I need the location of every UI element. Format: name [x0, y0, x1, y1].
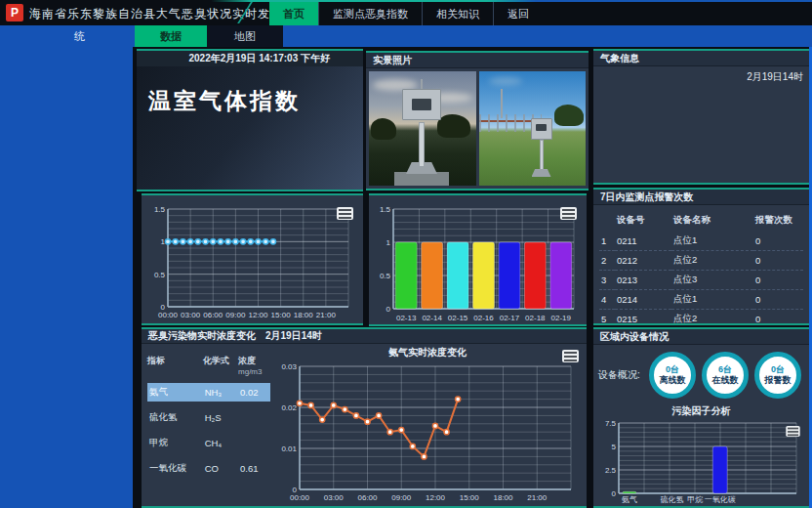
table-cell: 5 [599, 310, 615, 329]
table-cell: 硫化氢 [147, 408, 203, 427]
daily-index-bar-chart: 00.511.502-1302-1402-1502-1602-1702-1802… [372, 199, 584, 323]
pollutant-bar-chart: 02.557.5氨气硫化氢甲烷一氧化碳 [597, 419, 804, 505]
svg-text:09:00: 09:00 [391, 493, 412, 502]
nav-odor-index[interactable]: 监测点恶臭指数 [318, 2, 422, 25]
alarm-count-value: 0台 [771, 364, 785, 375]
table-row[interactable]: 20212点位20 [599, 251, 803, 271]
tab-map[interactable]: 地图 [207, 25, 283, 47]
greenhouse-headline: 温室气体指数 [137, 66, 363, 116]
site-photo-day[interactable] [479, 71, 587, 186]
device-antenna [421, 79, 423, 89]
site-photo-dusk[interactable] [369, 71, 476, 186]
svg-text:21:00: 21:00 [527, 493, 548, 502]
photos-panel-title: 实景照片 [366, 53, 589, 68]
svg-text:00:00: 00:00 [290, 493, 310, 502]
column-header-alarm-count: 报警次数 [753, 212, 803, 232]
pollutant-table-body: 氨气NH₃0.02硫化氢H₂S甲烷CH₄一氧化碳CO0.61 [147, 383, 270, 478]
pollutant-table-header-row: 指标 化学式 浓度 mg/m3 [147, 355, 270, 376]
svg-text:21:00: 21:00 [316, 311, 337, 319]
table-cell: CH₄ [203, 434, 238, 452]
svg-text:1.5: 1.5 [154, 205, 166, 214]
odor-panel-title: 恶臭污染物实时浓度变化 [148, 329, 256, 343]
datetime-bar: 2022年2月19日 14:17:03 下午好 [137, 51, 363, 66]
table-cell: 点位1 [671, 232, 753, 251]
table-cell: 甲烷 [147, 434, 203, 452]
chart-menu-icon[interactable] [337, 207, 353, 220]
column-header-device-id: 设备号 [615, 212, 671, 232]
svg-text:02-16: 02-16 [473, 314, 494, 322]
column-header [599, 212, 615, 232]
table-row[interactable]: 甲烷CH₄ [147, 434, 270, 452]
weather-body: 2月19日14时 [593, 66, 809, 183]
column-header-device-name: 设备名称 [671, 212, 753, 232]
svg-text:02-18: 02-18 [525, 314, 546, 322]
alarm-count-label: 报警数 [765, 375, 792, 386]
odor-panel-body: 指标 化学式 浓度 mg/m3 氨气NH₃0.02硫化氢H₂S甲烷CH₄一氧化碳… [142, 344, 587, 506]
table-cell: 0214 [615, 290, 671, 310]
sub-header: 统 数据 地图 [0, 25, 812, 47]
ammonia-line-chart: 00:0003:0006:0009:0012:0015:0018:0021:00… [272, 360, 583, 504]
table-cell: 0 [753, 232, 803, 251]
svg-text:0: 0 [612, 489, 617, 498]
table-cell: 0 [753, 290, 803, 310]
device-pole [419, 122, 425, 167]
table-row[interactable]: 一氧化碳CO0.61 [147, 459, 270, 478]
table-cell: 1 [599, 232, 615, 251]
table-cell: 0 [753, 310, 803, 329]
concentration-unit: mg/m3 [238, 367, 270, 376]
svg-text:硫化氢: 硫化氢 [661, 495, 684, 504]
table-row[interactable]: 硫化氢H₂S [147, 408, 270, 427]
weather-time: 2月19日14时 [747, 70, 803, 84]
weather-panel-title: 气象信息 [593, 51, 809, 66]
nav-back[interactable]: 返回 [493, 2, 543, 25]
table-cell: 0212 [615, 251, 671, 271]
alarm-table-header-row: 设备号 设备名称 报警次数 [599, 212, 803, 232]
table-cell: 0.02 [238, 383, 270, 402]
table-cell [238, 408, 270, 427]
tree-silhouette [554, 105, 584, 126]
nav-home[interactable]: 首页 [269, 2, 318, 25]
column-header-formula: 化学式 [203, 355, 238, 376]
tab-data[interactable]: 数据 [135, 25, 207, 47]
greenhouse-index-panel: 2022年2月19日 14:17:03 下午好 温室气体指数 [137, 49, 363, 191]
ammonia-chart-area: 氨气实时浓度变化 00:0003:0006:0009:0012:0015:001… [272, 345, 583, 504]
table-cell [238, 434, 270, 452]
table-row[interactable]: 氨气NH₃0.02 [147, 383, 270, 402]
device-screen [412, 99, 431, 110]
svg-text:03:00: 03:00 [181, 311, 201, 319]
device-screen [536, 124, 547, 131]
svg-text:2.5: 2.5 [605, 466, 617, 475]
svg-text:15:00: 15:00 [460, 493, 480, 502]
svg-text:00:00: 00:00 [158, 311, 179, 319]
main-nav: 首页 监测点恶臭指数 相关知识 返回 [269, 2, 543, 25]
device-overview-label: 设备概况: [598, 368, 649, 382]
table-row[interactable]: 40214点位10 [599, 290, 803, 310]
table-cell: 4 [599, 290, 615, 310]
svg-text:12:00: 12:00 [426, 493, 446, 502]
table-cell: NH₃ [203, 383, 238, 402]
table-row[interactable]: 10211点位10 [599, 232, 803, 251]
svg-text:氨气: 氨气 [622, 495, 637, 504]
svg-text:0.02: 0.02 [281, 403, 297, 412]
chart-menu-icon[interactable] [560, 207, 577, 220]
table-row[interactable]: 50215点位20 [599, 310, 803, 329]
photos-container [366, 68, 589, 189]
table-cell: 点位2 [671, 251, 753, 271]
svg-text:12:00: 12:00 [248, 311, 268, 319]
svg-text:02-14: 02-14 [422, 314, 442, 322]
table-cell: 0213 [615, 271, 671, 290]
chart-menu-icon[interactable] [786, 426, 799, 437]
concentration-label: 浓度 [238, 356, 256, 365]
ammonia-chart-title: 氨气实时浓度变化 [272, 345, 583, 360]
nav-knowledge[interactable]: 相关知识 [422, 2, 493, 25]
svg-text:5: 5 [612, 443, 617, 451]
table-row[interactable]: 30213点位30 [599, 271, 803, 290]
svg-text:甲烷: 甲烷 [687, 495, 703, 504]
table-cell: 氨气 [147, 383, 203, 402]
odor-panel-header: 恶臭污染物实时浓度变化 2月19日14时 [142, 329, 587, 344]
alarm-panel-title: 7日内监测点报警次数 [593, 190, 809, 205]
chart-menu-icon[interactable] [562, 350, 579, 362]
table-cell: 3 [599, 271, 615, 290]
stat-online-count: 6台 在线数 [702, 352, 749, 399]
stat-offline-count: 0台 离线数 [649, 352, 696, 399]
